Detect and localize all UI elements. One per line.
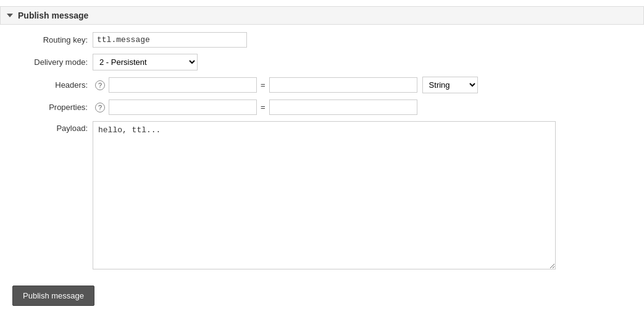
delivery-mode-select[interactable]: 1 - Non-persistent 2 - Persistent <box>93 54 198 70</box>
properties-key-input[interactable] <box>109 99 257 115</box>
properties-help-icon[interactable]: ? <box>95 103 105 112</box>
payload-textarea[interactable]: hello, ttl... <box>93 121 556 269</box>
headers-row: Headers: ? = String Integer Boolean <box>12 77 632 93</box>
payload-row: Payload: hello, ttl... <box>12 121 632 269</box>
routing-key-input[interactable] <box>93 32 247 48</box>
headers-value-input[interactable] <box>269 77 417 93</box>
headers-label: Headers: <box>12 80 93 90</box>
headers-type-select[interactable]: String Integer Boolean <box>422 77 478 93</box>
headers-key-input[interactable] <box>109 77 257 93</box>
properties-eq: = <box>261 103 266 112</box>
publish-message-button[interactable]: Publish message <box>12 286 94 306</box>
properties-row: Properties: ? = <box>12 99 632 115</box>
properties-value-input[interactable] <box>269 99 417 115</box>
collapse-arrow-icon <box>7 14 13 17</box>
headers-eq: = <box>261 80 266 90</box>
properties-label: Properties: <box>12 103 93 112</box>
routing-key-row: Routing key: <box>12 32 632 48</box>
section-header[interactable]: Publish message <box>0 6 644 25</box>
headers-help-icon[interactable]: ? <box>95 80 105 90</box>
section-title: Publish message <box>18 11 88 20</box>
form-area: Routing key: Delivery mode: 1 - Non-pers… <box>0 32 644 286</box>
delivery-mode-label: Delivery mode: <box>12 57 93 67</box>
routing-key-label: Routing key: <box>12 35 93 44</box>
delivery-mode-row: Delivery mode: 1 - Non-persistent 2 - Pe… <box>12 54 632 70</box>
payload-label: Payload: <box>12 121 93 133</box>
page-container: Publish message Routing key: Delivery mo… <box>0 0 644 309</box>
